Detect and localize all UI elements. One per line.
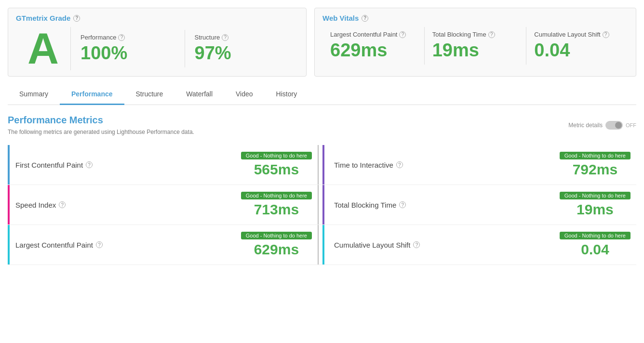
metric-left-value-1: 713ms xyxy=(254,201,299,218)
grade-performance-value: 100% xyxy=(80,43,175,64)
metric-pair-row-2: Largest Contentful Paint ? Good - Nothin… xyxy=(8,225,636,265)
metric-left-0: First Contentful Paint ? Good - Nothing … xyxy=(8,145,318,185)
section-title-text: Performance Metrics xyxy=(8,115,194,126)
metric-right-display-2: Good - Nothing to do here 0.04 xyxy=(560,232,631,258)
metric-left-name-2: Largest Contentful Paint ? xyxy=(15,241,103,249)
tabs: Summary Performance Structure Waterfall … xyxy=(8,84,636,105)
grade-structure-label: Structure ? xyxy=(195,34,289,41)
pair-separator-0 xyxy=(318,145,322,185)
metric-left-name-1: Speed Index ? xyxy=(15,201,66,209)
metric-left-2: Largest Contentful Paint ? Good - Nothin… xyxy=(8,225,318,264)
top-section: GTmetrix Grade ? A Performance ? 100% xyxy=(8,8,636,77)
performance-help[interactable]: ? xyxy=(118,34,125,41)
metric-left-name-0: First Contentful Paint ? xyxy=(15,161,93,169)
webvital-tbt: Total Blocking Time ? 19ms xyxy=(425,27,527,65)
pair-separator-2 xyxy=(318,225,322,264)
cls-help[interactable]: ? xyxy=(603,31,609,38)
metric-left-help-1[interactable]: ? xyxy=(59,201,66,208)
metric-left-value-2: 629ms xyxy=(254,241,299,258)
grade-card-inner: A Performance ? 100% Structure ? xyxy=(16,27,298,70)
metric-left-help-0[interactable]: ? xyxy=(86,161,93,168)
toggle-off-label: OFF xyxy=(626,122,636,128)
pair-separator-1 xyxy=(318,185,322,224)
metric-details-label: Metric details xyxy=(568,122,603,129)
metric-right-name-0: Time to Interactive ? xyxy=(334,161,403,169)
webvitals-inner: Largest Contentful Paint ? 629ms Total B… xyxy=(322,27,628,65)
metric-right-value-1: 19ms xyxy=(577,201,614,218)
webvital-cls-label: Cumulative Layout Shift ? xyxy=(534,31,620,38)
metric-details-toggle-area: Metric details OFF xyxy=(568,121,636,130)
toggle-knob xyxy=(615,122,622,129)
grade-structure-metric: Structure ? 97% xyxy=(185,30,299,67)
metric-right-name-1: Total Blocking Time ? xyxy=(334,201,406,209)
metric-right-display-0: Good - Nothing to do here 792ms xyxy=(560,152,631,178)
gtmetrix-grade-title: GTmetrix Grade ? xyxy=(16,14,298,22)
webvitals-title: Web Vitals ? xyxy=(322,14,628,22)
metric-pair-row-0: First Contentful Paint ? Good - Nothing … xyxy=(8,145,636,185)
metric-left-badge-0: Good - Nothing to do here xyxy=(241,152,312,159)
gtmetrix-title-help[interactable]: ? xyxy=(73,15,80,22)
metric-right-1: Total Blocking Time ? Good - Nothing to … xyxy=(322,185,636,224)
metric-left-badge-2: Good - Nothing to do here xyxy=(241,232,312,239)
metric-left-help-2[interactable]: ? xyxy=(96,241,103,248)
metric-right-2: Cumulative Layout Shift ? Good - Nothing… xyxy=(322,225,636,264)
webvital-lcp: Largest Contentful Paint ? 629ms xyxy=(322,27,425,65)
tab-structure[interactable]: Structure xyxy=(124,84,175,105)
grade-metrics: Performance ? 100% Structure ? 97% xyxy=(71,30,298,67)
gtmetrix-title-text: GTmetrix Grade xyxy=(16,14,70,22)
webvitals-help[interactable]: ? xyxy=(362,15,368,22)
webvitals-card: Web Vitals ? Largest Contentful Paint ? … xyxy=(314,8,636,77)
page-wrapper: GTmetrix Grade ? A Performance ? 100% xyxy=(0,0,644,273)
metric-left-display-0: Good - Nothing to do here 565ms xyxy=(241,152,312,178)
section-subtitle: The following metrics are generated usin… xyxy=(8,129,194,135)
metric-left-1: Speed Index ? Good - Nothing to do here … xyxy=(8,185,318,224)
tab-waterfall[interactable]: Waterfall xyxy=(174,84,224,105)
info-row: Performance Metrics The following metric… xyxy=(8,115,636,143)
metric-right-display-1: Good - Nothing to do here 19ms xyxy=(560,192,631,218)
metric-right-help-0[interactable]: ? xyxy=(396,161,403,168)
metric-left-badge-1: Good - Nothing to do here xyxy=(241,192,312,199)
tab-history[interactable]: History xyxy=(265,84,309,105)
metric-right-help-1[interactable]: ? xyxy=(399,201,406,208)
metrics-pairs-container: First Contentful Paint ? Good - Nothing … xyxy=(8,145,636,265)
metric-right-help-2[interactable]: ? xyxy=(413,241,420,248)
metric-left-value-0: 565ms xyxy=(254,161,299,178)
webvital-cls: Cumulative Layout Shift ? 0.04 xyxy=(526,27,628,65)
section-title: Performance Metrics The following metric… xyxy=(8,115,194,143)
webvital-lcp-label: Largest Contentful Paint ? xyxy=(330,31,416,38)
webvital-lcp-value: 629ms xyxy=(330,40,416,61)
lcp-help[interactable]: ? xyxy=(399,31,406,38)
structure-help[interactable]: ? xyxy=(222,34,228,41)
tab-summary[interactable]: Summary xyxy=(8,84,60,105)
gtmetrix-grade-card: GTmetrix Grade ? A Performance ? 100% xyxy=(8,8,307,77)
metric-details-toggle[interactable] xyxy=(605,121,623,130)
grade-structure-value: 97% xyxy=(195,43,289,64)
tbt-help[interactable]: ? xyxy=(488,31,495,38)
tab-performance[interactable]: Performance xyxy=(60,84,124,105)
metric-right-badge-0: Good - Nothing to do here xyxy=(560,152,631,159)
tab-video[interactable]: Video xyxy=(224,84,265,105)
metric-right-name-2: Cumulative Layout Shift ? xyxy=(334,241,420,249)
webvital-cls-value: 0.04 xyxy=(534,40,620,61)
metric-right-value-0: 792ms xyxy=(573,161,617,178)
metric-right-0: Time to Interactive ? Good - Nothing to … xyxy=(322,145,636,185)
grade-letter: A xyxy=(16,27,71,70)
webvital-tbt-label: Total Blocking Time ? xyxy=(432,31,519,38)
metric-left-display-2: Good - Nothing to do here 629ms xyxy=(241,232,312,258)
metric-right-value-2: 0.04 xyxy=(581,241,609,258)
metric-right-badge-2: Good - Nothing to do here xyxy=(560,232,631,239)
webvital-tbt-value: 19ms xyxy=(432,40,519,61)
metric-left-display-1: Good - Nothing to do here 713ms xyxy=(241,192,312,218)
performance-metrics-section: Performance Metrics The following metric… xyxy=(8,115,636,265)
metric-pair-row-1: Speed Index ? Good - Nothing to do here … xyxy=(8,185,636,225)
metric-right-badge-1: Good - Nothing to do here xyxy=(560,192,631,199)
grade-performance-label: Performance ? xyxy=(80,34,175,41)
grade-performance-metric: Performance ? 100% xyxy=(71,30,185,67)
